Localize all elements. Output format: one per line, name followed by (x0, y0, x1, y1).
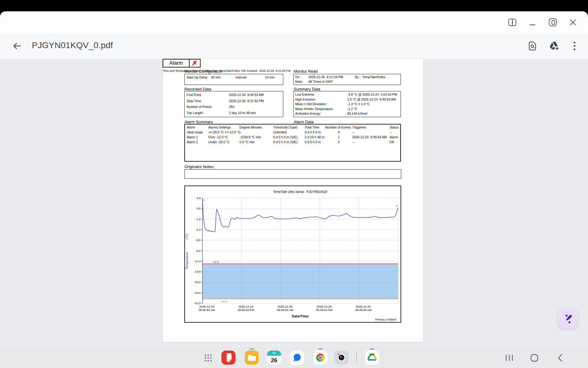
cell: Mean Kinetic Temperature: (295, 107, 334, 111)
cell: Low Extreme: (295, 93, 315, 97)
taskbar-app-drive[interactable] (365, 351, 379, 365)
running-indicator (249, 348, 254, 350)
cell: Ideal range (187, 131, 203, 134)
cell: 0 d 0 h 0 m (S/E) (273, 136, 297, 139)
cell: 1 (325, 136, 352, 139)
cell: Degree Minutes (239, 126, 262, 129)
recorded-data-box: First Point:2025-12-24 9:45:53 AMStop Ti… (184, 91, 283, 117)
svg-text:2025-12-26: 2025-12-26 (356, 305, 371, 308)
cell: Trip Length: (187, 111, 204, 115)
taskbar: VIE 26 (0, 347, 588, 368)
cell: 30 min (211, 76, 221, 79)
back-nav-button[interactable] (556, 354, 565, 362)
cell: 83.144 kJ/mol (347, 112, 367, 116)
svg-text:0.6: 0.6 (197, 207, 201, 210)
split-screen-icon (508, 18, 517, 26)
chrome-app-icon (313, 351, 327, 365)
add-to-drive-button[interactable] (547, 39, 562, 53)
calendar-day-abbrev: VIE (272, 352, 276, 355)
minimize-button[interactable] (526, 16, 539, 29)
taskbar-app-calendar[interactable]: VIE 26 (267, 351, 281, 365)
cell: Note: (295, 80, 303, 84)
stylus-annotate-button[interactable] (558, 308, 578, 329)
drive-add-icon (549, 41, 560, 51)
messages-app-icon (290, 351, 304, 365)
svg-text:-4.2: -4.2 (196, 228, 201, 231)
screen: PJGYN01KQV_0.pdf (0, 0, 588, 368)
cell: 2025-12-24 9:45:53 AM (352, 136, 387, 139)
cell: Alarms Settings (208, 126, 231, 129)
cell: Unlimited (273, 131, 287, 134)
svg-text:(°C): (°C) (185, 234, 189, 239)
cell: 0 d 0 h 0 m (305, 140, 321, 144)
cell: 252 (229, 105, 235, 109)
cell: Alarm (390, 136, 398, 139)
summary-data-heading: Summary Data (294, 87, 320, 91)
minimize-icon (529, 18, 536, 26)
arrow-left-icon (13, 41, 22, 51)
overflow-menu-button[interactable] (567, 39, 582, 53)
svg-text:T: T (203, 199, 205, 202)
taskbar-app-camera[interactable] (334, 351, 349, 365)
svg-text:-13.8: -13.8 (194, 270, 201, 273)
svg-text:-16.2: -16.2 (194, 280, 201, 284)
recents-button[interactable] (504, 354, 514, 362)
cell: Start Up Delay: (187, 76, 208, 79)
back-icon (558, 354, 563, 362)
temperature-chart: TempTale Ultra Serial : PJGYN01KQV3.00.6… (184, 186, 401, 323)
split-screen-button[interactable] (506, 16, 519, 29)
close-icon (569, 19, 577, 26)
taskbar-app-notes[interactable] (221, 351, 236, 365)
taskbar-app-chrome[interactable] (313, 351, 327, 365)
recorded-data-heading: Recorded Data (184, 87, 211, 91)
s-pen-scribble-icon (563, 313, 573, 324)
cell: 0 d 0 h 0 m (305, 131, 321, 134)
back-button[interactable] (10, 39, 24, 53)
app-drawer-button[interactable] (204, 354, 212, 362)
cell: Threshold (Type) (273, 126, 297, 129)
svg-text:-1.8: -1.8 (196, 217, 201, 221)
cell: Mean ± Std Deviation: (295, 102, 327, 106)
running-indicator (318, 348, 323, 350)
document-viewer[interactable]: Alarm ✗ Monitor Configuration Start Up D… (0, 59, 588, 347)
find-in-page-icon (528, 41, 537, 51)
svg-text:3.0: 3.0 (197, 196, 201, 200)
cell: Activation Energy: (295, 112, 321, 116)
svg-text:-21.0: -21.0 (194, 301, 201, 305)
originator-notes-heading: Originator Notes: (184, 164, 214, 169)
taskbar-app-messages[interactable] (290, 351, 304, 365)
svg-text:TempTale Ultra Serial : PJGYN: TempTale Ultra Serial : PJGYN01KQV (273, 190, 327, 194)
close-button[interactable] (566, 16, 580, 29)
restore-icon (548, 18, 557, 27)
pdf-header: PJGYN01KQV_0.pdf (0, 33, 588, 59)
cell: Triggered (352, 126, 366, 129)
cell: Stop Time: (187, 99, 202, 103)
cell: 0 (325, 131, 352, 134)
svg-text:Primary: Ambient: Primary: Ambient (375, 318, 396, 321)
svg-text:2025-12-24: 2025-12-24 (199, 305, 214, 308)
svg-text:-11.4: -11.4 (194, 259, 201, 263)
svg-text:T: T (396, 205, 398, 207)
red-x-icon: ✗ (192, 59, 198, 67)
svg-text:-6.6: -6.6 (196, 238, 201, 242)
cell: 2025-12-26 8:21:54 PM (308, 75, 343, 79)
cell: 0.0 °C min (239, 140, 254, 144)
cell: >=-20.0 °C <=-12.0 °C (208, 131, 240, 134)
cell: High Extreme: (295, 98, 316, 102)
cell: Number of Points: (187, 105, 212, 109)
cell: -- (390, 131, 392, 134)
cell: 2 d 10 h 48 m (305, 136, 324, 139)
taskbar-app-my-files[interactable] (245, 351, 259, 365)
cell: All Times in GMT (308, 80, 333, 84)
home-button[interactable] (530, 354, 539, 362)
cell: OK (390, 140, 394, 144)
file-created-label: File Created: (241, 69, 258, 72)
cell: -1.3 °C ± 1.0 °C (347, 102, 370, 106)
restore-button[interactable] (546, 16, 560, 29)
cell: By : TempTale®Ultra (355, 75, 385, 79)
cell: 2025-12-26 8:21:52 PM (229, 99, 264, 103)
svg-text:2025-12-25: 2025-12-25 (317, 305, 332, 308)
cell: 2025-12-24 9:45:53 AM (229, 93, 264, 97)
cell: Alarm 1 (187, 136, 198, 139)
find-in-document-button[interactable] (525, 39, 540, 53)
